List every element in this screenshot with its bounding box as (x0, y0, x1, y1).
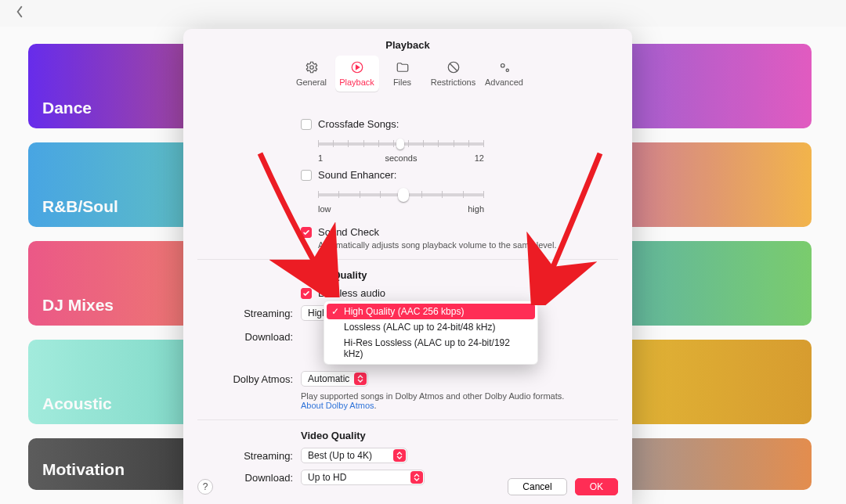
lossless-label: Lossless audio (318, 287, 385, 299)
slider-low: low (318, 204, 331, 214)
svg-point-3 (501, 64, 504, 68)
soundcheck-desc: Automatically adjusts song playback volu… (318, 240, 604, 250)
option-label: Hi-Res Lossless (ALAC up to 24-bit/192 k… (344, 337, 529, 359)
slider-max: 12 (461, 153, 484, 163)
download-label: Download: (197, 331, 301, 343)
play-circle-icon (350, 60, 364, 74)
tab-playback[interactable]: Playback (335, 56, 379, 92)
preferences-modal: Playback General Playback Files Restrict… (183, 29, 632, 504)
tab-general[interactable]: General (290, 56, 334, 92)
lossless-checkbox[interactable] (301, 288, 312, 299)
no-sign-icon (446, 60, 461, 74)
preferences-tabs: General Playback Files Restrictions Adva… (183, 54, 632, 96)
lossless-row: Lossless audio (301, 287, 604, 299)
tab-advanced[interactable]: Advanced (483, 56, 526, 92)
enhancer-checkbox[interactable] (301, 170, 312, 181)
check-icon (302, 290, 310, 297)
modal-footer: ? Cancel OK (183, 470, 632, 504)
video-quality-heading: Video Quality (301, 430, 604, 441)
video-streaming-select[interactable]: Best (Up to 4K) (301, 448, 407, 463)
streaming-label: Streaming: (197, 308, 301, 319)
dropdown-option[interactable]: Lossless (ALAC up to 24-bit/48 kHz) (327, 319, 535, 335)
chevron-updown-icon (393, 449, 406, 462)
crossfade-slider[interactable]: 1 seconds 12 (318, 142, 604, 163)
dolby-desc: Play supported songs in Dolby Atmos and … (301, 391, 564, 401)
option-label: High Quality (AAC 256 kbps) (344, 306, 464, 317)
svg-point-4 (506, 69, 508, 71)
tab-label: Restrictions (431, 77, 475, 87)
crossfade-label: Crossfade Songs: (318, 118, 399, 130)
folder-icon (396, 60, 410, 74)
enhancer-slider[interactable]: low high (318, 193, 604, 214)
dropdown-option[interactable]: ✓ High Quality (AAC 256 kbps) (327, 304, 535, 319)
audio-quality-heading: Audio Quality (301, 269, 604, 281)
slider-unit: seconds (342, 153, 461, 163)
gears-icon (497, 60, 512, 74)
enhancer-row: Sound Enhancer: (301, 169, 604, 181)
option-label: Lossless (ALAC up to 24-bit/48 kHz) (344, 322, 495, 333)
dolby-link[interactable]: About Dolby Atmos (301, 401, 374, 410)
soundcheck-label: Sound Check (318, 226, 379, 238)
ok-button[interactable]: OK (575, 478, 618, 495)
tab-label: Playback (339, 77, 374, 87)
gear-icon (305, 60, 319, 74)
dropdown-option[interactable]: Hi-Res Lossless (ALAC up to 24-bit/192 k… (327, 335, 535, 362)
video-streaming-label: Streaming: (197, 450, 301, 462)
chevron-updown-icon (354, 373, 367, 385)
crossfade-checkbox[interactable] (301, 119, 312, 130)
help-button[interactable]: ? (197, 479, 213, 495)
help-label: ? (203, 481, 208, 492)
slider-high: high (468, 204, 484, 214)
select-value: Best (Up to 4K) (308, 450, 372, 461)
tab-label: General (296, 77, 327, 87)
crossfade-row: Crossfade Songs: (301, 118, 604, 130)
streaming-dropdown: ✓ High Quality (AAC 256 kbps) Lossless (… (324, 301, 538, 365)
modal-title: Playback (183, 29, 632, 54)
svg-point-0 (309, 66, 313, 70)
cancel-button[interactable]: Cancel (508, 478, 566, 495)
check-icon: ✓ (331, 306, 341, 317)
divider (197, 259, 618, 260)
dolby-select[interactable]: Automatic (301, 371, 368, 387)
tab-restrictions[interactable]: Restrictions (426, 56, 481, 92)
enhancer-label: Sound Enhancer: (318, 169, 396, 181)
select-value: Automatic (308, 373, 349, 384)
slider-min: 1 (318, 153, 342, 163)
tab-label: Advanced (485, 77, 523, 87)
tab-label: Files (393, 77, 411, 87)
tab-files[interactable]: Files (381, 56, 425, 92)
check-icon (302, 229, 310, 236)
soundcheck-row: Sound Check (301, 226, 604, 238)
soundcheck-checkbox[interactable] (301, 227, 312, 238)
dolby-label: Dolby Atmos: (197, 373, 301, 385)
